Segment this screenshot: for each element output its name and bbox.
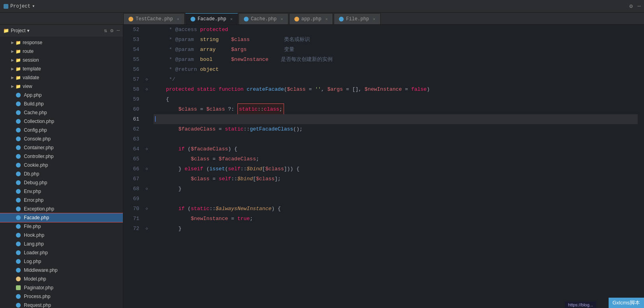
sidebar-item-middleware-php[interactable]: Middleware.php — [0, 266, 123, 275]
sidebar-item-build-php[interactable]: Build.php — [0, 99, 123, 108]
project-label[interactable]: Project — [10, 4, 30, 9]
sidebar-item-env-php[interactable]: Env.php — [0, 187, 123, 196]
file-dot-icon — [16, 136, 21, 141]
sidebar-item-validate[interactable]: ▶ 📁 validate — [0, 73, 123, 82]
ln-71: 71 — [126, 214, 139, 224]
sidebar-icon-gear[interactable]: ⚙ — [110, 27, 113, 34]
sidebar-item-container-php[interactable]: Container.php — [0, 143, 123, 152]
code-token: ( — [225, 164, 228, 174]
file-dot-icon — [16, 259, 21, 264]
code-line-55: * @param bool $newInstance 是否每次创建新的实例 — [154, 55, 638, 64]
tab-label-app: app.php — [302, 16, 321, 22]
sidebar-item-facade-php[interactable]: Facade.php — [0, 213, 123, 222]
tab-close-app[interactable]: ✕ — [325, 17, 328, 21]
sidebar-item-collection-php[interactable]: Collection.php — [0, 117, 123, 126]
tab-cache[interactable]: Cache.php ✕ — [239, 13, 288, 24]
sidebar-item-response[interactable]: ▶ 📁 response — [0, 38, 123, 47]
sidebar-item-paginator-php[interactable]: Paginator.php — [0, 283, 123, 292]
sidebar-item-request-php[interactable]: Request.php — [0, 301, 123, 308]
sidebar-item-controller-php[interactable]: Controller.php — [0, 152, 123, 161]
file-dot-icon — [16, 110, 21, 115]
code-token: :: — [209, 204, 216, 214]
sidebar-item-db-php[interactable]: Db.php — [0, 170, 123, 178]
code-container[interactable]: 52 53 54 55 56 57 58 59 60 61 62 63 64 6… — [123, 25, 644, 308]
code-token: $class — [191, 174, 210, 184]
sidebar-item-app-php[interactable]: App.php — [0, 91, 123, 99]
code-line-70: if (static::$alwaysNewInstance) { — [154, 204, 638, 214]
sidebar-icon-sort[interactable]: ⇅ — [104, 27, 107, 34]
sidebar-item-console-php[interactable]: Console.php — [0, 135, 123, 143]
file-dot-icon — [16, 93, 21, 97]
code-line-59: { — [154, 94, 638, 104]
sidebar-item-model-php[interactable]: Model.php — [0, 275, 123, 283]
sidebar-item-lang-php[interactable]: Lang.php — [0, 240, 123, 248]
tab-close-cache[interactable]: ✕ — [281, 17, 283, 21]
sidebar-item-loader-php[interactable]: Loader.php — [0, 248, 123, 257]
sidebar-item-cache-php[interactable]: Cache.php — [0, 108, 123, 117]
tab-close-file[interactable]: ✕ — [373, 17, 376, 21]
code-line-72: } — [154, 224, 638, 234]
code-token: , — [321, 84, 327, 94]
tab-testcache[interactable]: TestCache.php ✕ — [123, 13, 185, 24]
code-token: * @access — [154, 25, 200, 35]
arrow-icon: ▶ — [11, 76, 14, 80]
tab-close-testcache[interactable]: ✕ — [177, 17, 179, 21]
sidebar-item-hook-php[interactable]: Hook.php — [0, 231, 123, 240]
sidebar: 📁 Project ▾ ⇅ ⚙ — ▶ 📁 response ▶ 📁 rout — [0, 25, 123, 308]
sidebar-item-session[interactable]: ▶ 📁 session — [0, 56, 123, 64]
sidebar-item-file-php[interactable]: File.php — [0, 222, 123, 231]
code-token: ( — [284, 84, 287, 94]
project-chevron[interactable]: ▾ — [32, 3, 35, 9]
sidebar-item-route[interactable]: ▶ 📁 route — [0, 47, 123, 56]
sidebar-item-process-php[interactable]: Process.php — [0, 292, 123, 301]
code-token: = — [216, 124, 225, 134]
code-token: * @param — [154, 45, 200, 55]
tab-facade[interactable]: Facade.php ✕ — [185, 13, 238, 24]
sidebar-item-exception-php[interactable]: Exception.php — [0, 205, 123, 213]
sidebar-item-config-php[interactable]: Config.php — [0, 126, 123, 135]
tab-label-testcache: TestCache.php — [136, 16, 173, 22]
main-layout: 📁 Project ▾ ⇅ ⚙ — ▶ 📁 response ▶ 📁 rout — [0, 25, 644, 308]
toolbar-icon-minimize[interactable]: — — [638, 3, 641, 10]
sidebar-item-label: Paginator.php — [24, 285, 53, 290]
watermark-url: https://blog... — [565, 302, 596, 308]
sidebar-item-label: Model.php — [24, 276, 46, 282]
file-dot-icon — [16, 215, 21, 220]
code-token: self — [228, 164, 240, 174]
tab-icon-testcache — [128, 17, 133, 21]
sidebar-title: 📁 Project ▾ — [3, 28, 29, 33]
code-token: ) { — [228, 144, 237, 154]
sidebar-item-label: route — [23, 49, 33, 54]
sidebar-icon-minimize[interactable]: — — [117, 27, 120, 34]
code-token — [216, 45, 231, 55]
file-dot-icon — [16, 250, 21, 255]
sidebar-item-debug-php[interactable]: Debug.php — [0, 178, 123, 187]
ln-67: 67 — [126, 174, 139, 184]
code-token: } — [154, 184, 181, 194]
sidebar-item-label: Middleware.php — [24, 267, 58, 273]
ln-57: 57 — [126, 74, 139, 84]
code-token: } — [154, 164, 185, 174]
code-token: = — [228, 214, 237, 224]
code-line-52: * @access protected — [154, 25, 638, 35]
code-line-54: * @param array $args 变量 — [154, 45, 638, 55]
code-token: (); — [293, 124, 302, 134]
code-token: object — [200, 64, 219, 74]
tab-file[interactable]: File.php ✕ — [334, 13, 381, 24]
gutter-72: ◇ — [146, 224, 154, 234]
ln-53: 53 — [126, 35, 139, 45]
code-token: $args — [327, 84, 343, 94]
sidebar-item-error-php[interactable]: Error.php — [0, 196, 123, 205]
sidebar-item-view[interactable]: ▶ 📁 view — [0, 82, 123, 91]
arrow-icon: ▶ — [11, 58, 14, 62]
tab-app[interactable]: app.php ✕ — [289, 13, 333, 24]
tab-close-facade[interactable]: ✕ — [230, 17, 233, 21]
sidebar-item-cookie-php[interactable]: Cookie.php — [0, 161, 123, 170]
code-token: ( — [203, 164, 210, 174]
sidebar-item-template[interactable]: ▶ 📁 template — [0, 64, 123, 73]
tab-label-cache: Cache.php — [251, 16, 277, 22]
sidebar-item-log-php[interactable]: Log.php — [0, 257, 123, 266]
gutter-66: ◇ — [146, 164, 154, 174]
code-token: ; — [279, 106, 282, 112]
toolbar-icon-settings[interactable]: ⚙ — [629, 3, 632, 10]
